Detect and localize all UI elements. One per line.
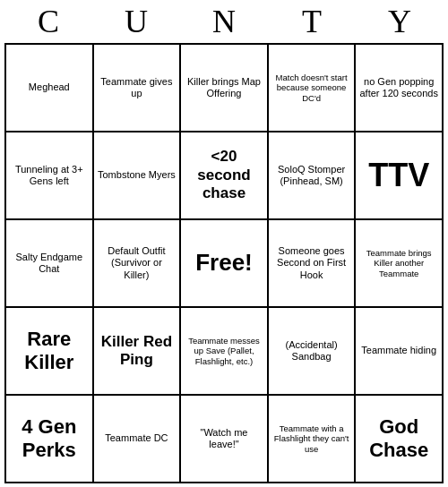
- cell-0-3[interactable]: Match doesn't start because someone DC'd: [269, 45, 357, 132]
- cell-4-3[interactable]: Teammate with a Flashlight they can't us…: [269, 396, 357, 483]
- header-letter-t: T: [272, 3, 351, 40]
- cell-3-3[interactable]: (Accidental) Sandbag: [269, 308, 357, 396]
- cell-2-2[interactable]: Free!: [181, 220, 269, 308]
- header-letter-u: U: [97, 3, 176, 40]
- bingo-grid: Meghead Teammate gives up Killer brings …: [4, 43, 444, 483]
- cell-0-1[interactable]: Teammate gives up: [94, 45, 182, 132]
- cell-3-2[interactable]: Teammate messes up Save (Pallet, Flashli…: [181, 308, 269, 396]
- cell-4-4[interactable]: God Chase: [356, 396, 444, 483]
- cell-3-0[interactable]: Rare Killer: [6, 308, 94, 396]
- cell-1-2[interactable]: <20 second chase: [181, 132, 269, 220]
- bingo-card: C U N T Y Meghead Teammate gives up Kill…: [4, 0, 444, 483]
- cell-3-1[interactable]: Killer Red Ping: [94, 308, 182, 396]
- cell-4-0[interactable]: 4 Gen Perks: [6, 396, 94, 483]
- cell-2-4[interactable]: Teammate brings Killer another Teammate: [356, 220, 444, 308]
- cell-1-3[interactable]: SoloQ Stomper (Pinhead, SM): [269, 132, 357, 220]
- cell-0-4[interactable]: no Gen popping after 120 seconds: [356, 45, 444, 132]
- cell-0-2[interactable]: Killer brings Map Offering: [181, 45, 269, 132]
- cell-1-0[interactable]: Tunneling at 3+ Gens left: [6, 132, 94, 220]
- cell-4-2[interactable]: "Watch me leave!": [181, 396, 269, 483]
- cell-1-4[interactable]: TTV: [356, 132, 444, 220]
- cell-2-3[interactable]: Someone goes Second on First Hook: [269, 220, 357, 308]
- cell-0-0[interactable]: Meghead: [6, 45, 94, 132]
- header-letter-y: Y: [360, 3, 439, 40]
- cell-2-0[interactable]: Salty Endgame Chat: [6, 220, 94, 308]
- cell-3-4[interactable]: Teammate hiding: [356, 308, 444, 396]
- header-letter-n: N: [185, 3, 263, 40]
- cell-1-1[interactable]: Tombstone Myers: [94, 132, 182, 220]
- bingo-header: C U N T Y: [4, 0, 444, 43]
- header-letter-c: C: [9, 3, 88, 40]
- cell-4-1[interactable]: Teammate DC: [94, 396, 182, 483]
- cell-2-1[interactable]: Default Outfit (Survivor or Killer): [94, 220, 182, 308]
